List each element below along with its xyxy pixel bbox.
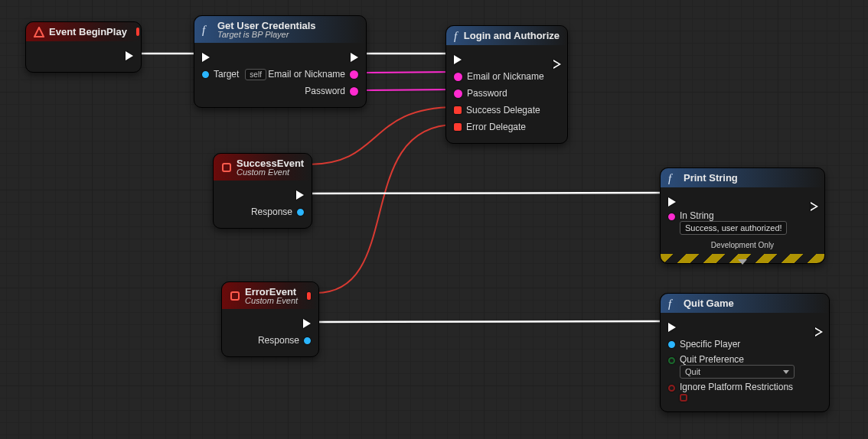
target-self-chip[interactable]: self [245,69,266,80]
instring-label: In String [680,210,787,221]
function-icon: f [202,24,213,35]
node-get-user-credentials[interactable]: f Get User Credentials Target is BP Play… [194,15,367,108]
node-print-string[interactable]: f Print String In String Development Onl… [660,167,825,264]
header-print: f Print String [661,168,824,187]
wire-exec-success-print [306,193,667,193]
response-label: Response [258,335,299,346]
quit-pref-value: Quit [685,367,700,376]
delegate-out-pin[interactable] [136,28,139,36]
quit-pref-dropdown[interactable]: Quit [680,365,795,379]
dev-only-strip [661,254,824,263]
node-title: Print String [684,172,738,184]
email-in-pin[interactable]: Email or Nickname [454,71,544,82]
success-delegate-in-pin[interactable]: Success Delegate [454,105,540,115]
dev-only-label: Development Only [668,241,817,249]
delegate-out-pin[interactable] [307,292,311,300]
header-success: SuccessEvent Custom Event [214,154,312,180]
header-quit: f Quit Game [661,294,829,313]
node-success-event[interactable]: SuccessEvent Custom Event Response [213,153,312,229]
specific-player-label: Specific Player [680,339,740,350]
exec-out-pin[interactable] [126,51,133,60]
ignore-restrictions-label: Ignore Platform Restrictions [680,382,793,392]
node-error-event[interactable]: ErrorEvent Custom Event Response [221,281,319,357]
node-title: Login and Authorize [464,30,560,41]
node-event-beginplay[interactable]: Event BeginPlay [25,21,142,73]
email-in-label: Email or Nickname [467,71,544,82]
exec-out-pin[interactable] [553,55,560,64]
wire-exec-error-quit [314,321,667,322]
instring-in-pin[interactable] [668,213,675,220]
specific-player-in-pin[interactable]: Specific Player [668,339,740,350]
exec-out-pin[interactable] [303,319,311,328]
ignore-restrictions-in-pin[interactable] [668,385,675,392]
header-error: ErrorEvent Custom Event [222,282,318,309]
svg-rect-0 [223,164,230,171]
function-icon: f [668,173,679,184]
ignore-restrictions-checkbox[interactable] [680,394,687,402]
node-quit-game[interactable]: f Quit Game Specific Player Quit Prefere… [660,293,830,412]
exec-in-pin[interactable] [202,53,210,62]
target-in-pin[interactable]: Target self [202,69,266,80]
password-out-pin[interactable]: Password [305,86,358,96]
error-delegate-in-pin[interactable]: Error Delegate [454,122,526,132]
wire-str-password [363,89,455,90]
error-delegate-label: Error Delegate [466,122,526,132]
wire-str-email [363,72,455,73]
exec-in-pin[interactable] [454,55,462,64]
header-login: f Login and Authorize [446,26,567,45]
success-delegate-label: Success Delegate [466,105,540,115]
custom-event-icon [221,162,232,173]
response-out-pin[interactable]: Response [258,335,311,346]
custom-event-icon [230,291,240,301]
password-in-label: Password [467,88,507,99]
chevron-down-icon [783,370,789,374]
function-icon: f [454,31,459,41]
svg-rect-1 [231,292,239,300]
node-title: Event BeginPlay [49,26,127,37]
node-subtitle: Custom Event [245,296,298,305]
exec-out-pin[interactable] [815,323,821,332]
header-get-creds: f Get User Credentials Target is BP Play… [194,16,366,43]
password-in-pin[interactable]: Password [454,88,507,99]
node-login-authorize[interactable]: f Login and Authorize Email or Nickname … [445,25,568,144]
exec-in-pin[interactable] [668,323,676,332]
quit-pref-label: Quit Preference [680,354,795,365]
event-icon [34,27,44,37]
exec-out-pin[interactable] [811,197,817,206]
instring-input[interactable] [680,221,787,235]
expand-caret-icon[interactable] [738,259,747,265]
quit-pref-in-pin[interactable] [668,357,675,364]
email-out-pin[interactable]: Email or Nickname [268,69,358,80]
email-out-label: Email or Nickname [268,69,345,80]
wire-del-success [309,107,455,164]
wire-del-error [316,125,455,293]
exec-in-pin[interactable] [668,197,676,206]
function-icon: f [668,298,679,309]
header-event-beginplay: Event BeginPlay [26,22,141,41]
exec-out-pin[interactable] [296,190,304,200]
target-label: Target [214,69,239,80]
response-out-pin[interactable]: Response [251,206,304,217]
node-title: Quit Game [684,298,734,309]
response-label: Response [251,206,292,217]
exec-out-pin[interactable] [351,53,358,62]
password-out-label: Password [305,86,345,96]
